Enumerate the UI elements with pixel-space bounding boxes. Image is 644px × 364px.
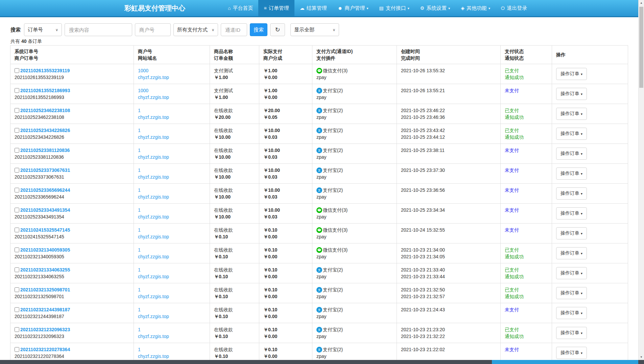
site-domain-link[interactable]: chyzf.zzgis.top [138, 95, 169, 100]
site-domain-link[interactable]: chyzf.zzgis.top [138, 154, 169, 160]
row-checkbox[interactable] [15, 327, 19, 332]
merchant-id-link[interactable]: 1 [138, 128, 141, 133]
site-domain-link[interactable]: chyzf.zzgis.top [138, 174, 169, 180]
channel-id-input[interactable] [221, 23, 247, 36]
merchant-id-link[interactable]: 1 [138, 287, 141, 292]
row-checkbox[interactable] [15, 267, 19, 272]
site-domain-link[interactable]: chyzf.zzgis.top [138, 214, 169, 219]
system-order-link[interactable]: 2021102523365696244 [20, 187, 70, 193]
order-action-button[interactable]: 操作订单▾ [556, 347, 587, 359]
order-action-button[interactable]: 操作订单▾ [556, 327, 587, 339]
nav-item-orders[interactable]: ≡ 订单管理 [258, 0, 294, 16]
merchant-id-link[interactable]: 1 [138, 187, 141, 193]
search-button[interactable]: 搜索 [250, 23, 267, 36]
order-action-button[interactable]: 操作订单▾ [556, 307, 587, 319]
system-order-link[interactable]: 2021102613552186993 [20, 88, 70, 93]
vertical-scrollbar[interactable]: ▲ ▼ [638, 0, 644, 360]
search-content-input[interactable] [65, 23, 132, 36]
system-order-link[interactable]: 2021102613553239119 [20, 68, 70, 73]
system-order-link[interactable]: 2021102321220278364 [20, 347, 70, 352]
merchant-id-link[interactable]: 1 [138, 207, 141, 213]
caret-down-icon: ▾ [581, 112, 582, 116]
order-action-button[interactable]: 操作订单▾ [556, 227, 587, 239]
system-order-link[interactable]: 2021102523343491354 [20, 207, 70, 213]
row-checkbox[interactable] [15, 287, 19, 292]
site-domain-link[interactable]: chyzf.zzgis.top [138, 75, 169, 80]
order-action-button[interactable]: 操作订单▾ [556, 108, 587, 120]
scroll-down-icon[interactable]: ▼ [639, 354, 644, 360]
row-checkbox[interactable] [15, 248, 19, 252]
nav-item-misc-functions[interactable]: ◈ 其他功能 ▾ [455, 0, 496, 16]
merchant-id-link[interactable]: 1 [138, 267, 141, 272]
site-domain-link[interactable]: chyzf.zzgis.top [138, 354, 169, 359]
row-checkbox[interactable] [15, 148, 19, 153]
order-action-button[interactable]: 操作订单▾ [556, 287, 587, 299]
system-order-link[interactable]: 2021102415325547145 [20, 227, 70, 233]
row-checkbox[interactable] [15, 88, 19, 93]
order-action-button[interactable]: 操作订单▾ [556, 247, 587, 259]
merchant-id-link[interactable]: 1000 [138, 88, 148, 93]
display-filter-select[interactable]: 显示全部 ∨ [290, 23, 339, 36]
row-checkbox[interactable] [15, 307, 19, 312]
merchant-id-link[interactable]: 1 [138, 347, 141, 352]
site-domain-link[interactable]: chyzf.zzgis.top [138, 194, 169, 200]
system-order-link[interactable]: 2021102321325098701 [20, 287, 70, 292]
order-action-button[interactable]: 操作订单▾ [556, 148, 587, 160]
nav-item-home[interactable]: ⌂ 平台首页 [222, 0, 258, 16]
site-domain-link[interactable]: chyzf.zzgis.top [138, 114, 169, 120]
merchant-id-link[interactable]: 1 [138, 227, 141, 233]
order-action-button[interactable]: 操作订单▾ [556, 267, 587, 279]
nav-item-system-settings[interactable]: ⚙ 系统设置 ▾ [415, 0, 456, 16]
system-order-link[interactable]: 2021102321244398187 [20, 307, 70, 312]
horizontal-scrollbar-thumb[interactable] [492, 360, 638, 364]
system-order-link[interactable]: 2021102523373067631 [20, 167, 70, 173]
merchant-id-link[interactable]: 1000 [138, 68, 148, 73]
row-checkbox[interactable] [15, 128, 19, 133]
nav-item-merchants[interactable]: ☻ 商户管理 ▾ [332, 0, 374, 16]
col-header-order-numbers: 系统订单号商户订单号 [10, 46, 134, 64]
pay-type-select[interactable]: 所有支付方式 ∨ [173, 23, 218, 36]
system-order-link[interactable]: 2021102523381120836 [20, 148, 70, 153]
merchant-id-link[interactable]: 1 [138, 247, 141, 253]
nav-item-settlement[interactable]: ☁ 结算管理 [294, 0, 332, 16]
row-checkbox[interactable] [15, 108, 19, 113]
site-domain-link[interactable]: chyzf.zzgis.top [138, 314, 169, 319]
row-checkbox[interactable] [15, 228, 19, 232]
site-domain-link[interactable]: chyzf.zzgis.top [138, 234, 169, 239]
nav-item-pay-api[interactable]: ▤ 支付接口 ▾ [374, 0, 414, 16]
system-order-link[interactable]: 2021102523462238108 [20, 108, 70, 113]
row-checkbox[interactable] [15, 188, 19, 192]
order-action-button[interactable]: 操作订单▾ [556, 88, 587, 100]
system-order-link[interactable]: 2021102321232096323 [20, 327, 70, 332]
merchant-id-link[interactable]: 1 [138, 108, 141, 113]
horizontal-scrollbar[interactable] [0, 360, 644, 364]
site-domain-link[interactable]: chyzf.zzgis.top [138, 294, 169, 299]
site-domain-link[interactable]: chyzf.zzgis.top [138, 254, 169, 259]
system-order-link[interactable]: 2021102321334063255 [20, 267, 70, 272]
order-action-button[interactable]: 操作订单▾ [556, 128, 587, 140]
order-action-button[interactable]: 操作订单▾ [556, 68, 587, 80]
vertical-scrollbar-thumb[interactable] [639, 7, 643, 88]
system-order-link[interactable]: 2021102321340059305 [20, 247, 70, 253]
order-action-button[interactable]: 操作订单▾ [556, 187, 587, 200]
order-action-button[interactable]: 操作订单▾ [556, 207, 587, 219]
system-order-link[interactable]: 2021102523434226826 [20, 128, 70, 133]
merchant-id-input[interactable] [135, 23, 171, 36]
row-checkbox[interactable] [15, 68, 19, 73]
site-domain-link[interactable]: chyzf.zzgis.top [138, 134, 169, 140]
merchant-id-link[interactable]: 1 [138, 307, 141, 312]
table-row: 2021102321325098701 2021102321325098701 … [10, 283, 628, 303]
order-action-button[interactable]: 操作订单▾ [556, 167, 587, 180]
scroll-up-icon[interactable]: ▲ [639, 0, 644, 6]
nav-item-logout[interactable]: ⏻ 退出登录 [496, 0, 532, 16]
row-checkbox[interactable] [15, 347, 19, 352]
row-checkbox[interactable] [15, 208, 19, 212]
refresh-button[interactable]: ↻ [270, 23, 285, 36]
search-type-select[interactable]: 订单号 ∨ [24, 23, 62, 36]
merchant-id-link[interactable]: 1 [138, 167, 141, 173]
row-checkbox[interactable] [15, 168, 19, 173]
merchant-id-link[interactable]: 1 [138, 327, 141, 332]
merchant-id-link[interactable]: 1 [138, 148, 141, 153]
site-domain-link[interactable]: chyzf.zzgis.top [138, 334, 169, 339]
site-domain-link[interactable]: chyzf.zzgis.top [138, 274, 169, 279]
